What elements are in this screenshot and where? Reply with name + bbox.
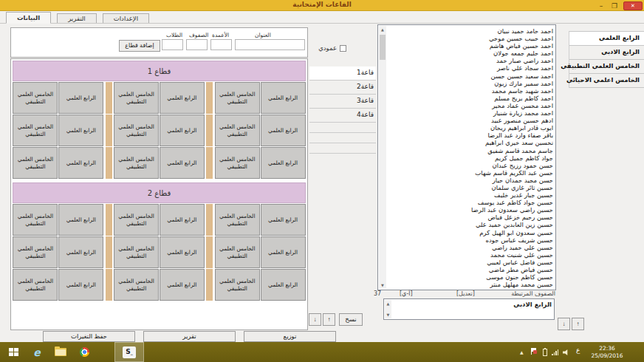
student-row[interactable]: حسين شريف عباس جوده	[388, 236, 553, 244]
student-row[interactable]: احمد حسين فياض هاشم	[388, 42, 553, 49]
student-row[interactable]: احمد محسن عماد محير	[388, 102, 553, 109]
scroll-up-icon[interactable]: ▲	[385, 300, 391, 307]
scroll-up-icon[interactable]: ▲	[379, 26, 386, 33]
tab-settings[interactable]: الإعدادات	[103, 13, 149, 24]
student-row[interactable]: جاسم محمد قاسم شفيق	[388, 147, 553, 154]
save-changes-button[interactable]: حفظ التغيرات	[43, 331, 135, 342]
seat-cell[interactable]: الرابع العلمي	[160, 147, 205, 179]
seat-cell[interactable]: الخامس العلمي التطبيقي	[114, 147, 159, 179]
student-row[interactable]: احمد حامد حميد نبيان	[388, 27, 553, 35]
linked-scrollbar[interactable]: ▲ ▼	[385, 300, 391, 318]
hall-item[interactable]: قاعة2	[309, 81, 376, 95]
taskbar-clock[interactable]: 22:36 25/09/2016	[586, 345, 628, 359]
seat-cell[interactable]: الرابع العلمي	[160, 115, 205, 146]
student-row[interactable]: حسين فاضل عباس لعيبي	[388, 259, 553, 266]
seat-cell[interactable]: الرابع العلمي	[58, 115, 103, 146]
seat-cell[interactable]: الخامس العلمي التطبيقي	[215, 115, 260, 146]
seat-cell[interactable]: الرابع العلمي	[261, 147, 306, 179]
seat-cell[interactable]: الرابع العلمي	[58, 236, 103, 268]
student-row[interactable]: احمد كاظم بريج مسلم	[388, 95, 553, 102]
seat-cell[interactable]: الخامس العلمي التطبيقي	[13, 204, 58, 236]
seat-cell[interactable]: الرابع العلمي	[160, 236, 205, 268]
student-row[interactable]: حسين رحيم خزعل فياض	[388, 214, 553, 221]
seat-cell[interactable]: الخامس العلمي التطبيقي	[114, 269, 159, 301]
seat-cell[interactable]: الخامس العلمي التطبيقي	[215, 269, 260, 301]
student-row[interactable]: حسين زين العابدين حميد علي	[388, 221, 553, 228]
seat-cell[interactable]: الخامس العلمي التطبيقي	[215, 204, 260, 236]
seat-cell[interactable]: الرابع العلمي	[261, 236, 306, 268]
report-button[interactable]: تقرير	[143, 331, 236, 342]
vertical-checkbox[interactable]	[340, 45, 346, 52]
scroll-down-icon[interactable]: ▼	[385, 311, 391, 318]
language-indicator[interactable]: ع	[576, 346, 580, 354]
seat-cell[interactable]: الخامس العلمي التطبيقي	[215, 236, 260, 268]
seat-cell[interactable]: الخامس العلمي التطبيقي	[114, 82, 159, 114]
student-row[interactable]: حسين علي حميد راضي	[388, 244, 553, 251]
seat-cell[interactable]: الخامس العلمي التطبيقي	[13, 269, 58, 301]
student-row[interactable]: حسن حمود رزيج عبدان	[388, 162, 553, 169]
student-row[interactable]: احمد شهيد جاسم محمد	[388, 87, 553, 95]
internet-explorer-icon[interactable]: e	[27, 342, 47, 362]
student-row[interactable]: احمد محمد زيارة شنيار	[388, 109, 553, 117]
move-down-button[interactable]: ↓	[309, 313, 321, 326]
seat-cell[interactable]: الرابع العلمي	[58, 147, 103, 179]
seat-cell[interactable]: الخامس العلمي التطبيقي	[13, 115, 58, 146]
hall-item[interactable]: قاعة1	[309, 66, 376, 81]
student-row[interactable]: حسين محمد مهلهل منثر	[388, 281, 553, 288]
student-row[interactable]: احمد سمير مارك زبون	[388, 80, 553, 87]
student-row[interactable]: احمد حبيب حسين موحي	[388, 35, 553, 42]
scroll-down-icon[interactable]: ▼	[379, 281, 386, 289]
restore-button[interactable]: ❐	[610, 2, 619, 10]
student-row[interactable]: حسين جبار غدير خليف	[388, 191, 553, 199]
move-up-button[interactable]: ↑	[323, 313, 335, 326]
distribute-button[interactable]: توزيع	[244, 331, 336, 342]
student-row[interactable]: حسين سعدون ابو الهيل كرم	[388, 229, 553, 236]
seat-cell[interactable]: الرابع العلمي	[58, 204, 103, 236]
seat-cell[interactable]: الخامس العلمي التطبيقي	[114, 236, 159, 268]
alpha-filter-link[interactable]: [أ-ي]	[400, 290, 413, 297]
seat-cell[interactable]: الرابع العلمي	[160, 204, 205, 236]
start-button[interactable]	[3, 342, 24, 362]
seat-cell[interactable]: الرابع العلمي	[261, 82, 306, 114]
seat-cell[interactable]: الخامس العلمي التطبيقي	[13, 236, 58, 268]
seat-cell[interactable]: الرابع العلمي	[58, 82, 103, 114]
student-row[interactable]: ايوب قادر ابراهيم ريحان	[388, 124, 553, 132]
edit-link[interactable]: [تعديل]	[456, 290, 475, 297]
student-row[interactable]: جواد كاظم جميل كريم	[388, 154, 553, 162]
tab-report[interactable]: التقرير	[57, 13, 97, 24]
student-row[interactable]: حسين ثائر غازي سلمان	[388, 184, 553, 191]
student-row[interactable]: حسين كاظم حنون موسى	[388, 273, 553, 281]
minimize-button[interactable]: –	[597, 2, 606, 10]
student-row[interactable]: حسين فياض مطر ماضي	[388, 266, 553, 273]
hall-item[interactable]: قاعة3	[309, 95, 376, 109]
student-row[interactable]: ادهم حسين منصور عبيد	[388, 117, 553, 124]
student-row[interactable]: باقر صفاء وارد عبد الرضا	[388, 132, 553, 139]
sidebar-class-item[interactable]: الخامس العلمي التطبيقي	[569, 60, 644, 74]
seat-cell[interactable]: الخامس العلمي التطبيقي	[215, 147, 260, 179]
student-row[interactable]: حسين راضي سعدون عبد الرضا	[388, 206, 553, 214]
student-row[interactable]: حسن مجيد حمدان حيار	[388, 177, 553, 184]
seat-cell[interactable]: الرابع العلمي	[58, 269, 103, 301]
students-field-input[interactable]	[162, 39, 183, 50]
network-icon[interactable]	[552, 349, 559, 355]
sidebar-class-item[interactable]: الرابع الادبي	[569, 46, 644, 60]
seat-cell[interactable]: الخامس العلمي التطبيقي	[13, 147, 58, 179]
seat-cell[interactable]: الرابع العلمي	[160, 82, 205, 114]
title-field-input[interactable]	[235, 39, 305, 50]
battery-icon[interactable]	[543, 349, 547, 356]
seat-cell[interactable]: الخامس العلمي التطبيقي	[215, 82, 260, 114]
copy-button[interactable]: نسخ	[339, 313, 363, 326]
chrome-icon[interactable]	[74, 342, 95, 362]
student-row[interactable]: تحسين سعد خيري ابراهيم	[388, 139, 553, 146]
student-row[interactable]: احمد حليم جمعه جولان	[388, 49, 553, 57]
action-center-flag-icon[interactable]	[531, 348, 537, 355]
linked-up-button[interactable]: ↑	[572, 318, 584, 330]
student-row[interactable]: حسين علي شنيت محمد	[388, 251, 553, 259]
seat-cell[interactable]: الخامس العلمي التطبيقي	[13, 82, 58, 114]
student-row[interactable]: حسن عبد الكريم قاسم شهاب	[388, 169, 553, 177]
seat-cell[interactable]: الرابع العلمي	[160, 269, 205, 301]
hall-item[interactable]: قاعة4	[309, 109, 376, 123]
seat-cell[interactable]: الرابع العلمي	[261, 115, 306, 146]
seat-cell[interactable]: الخامس العلمي التطبيقي	[114, 115, 159, 146]
scrollbar-thumb[interactable]	[380, 35, 386, 60]
